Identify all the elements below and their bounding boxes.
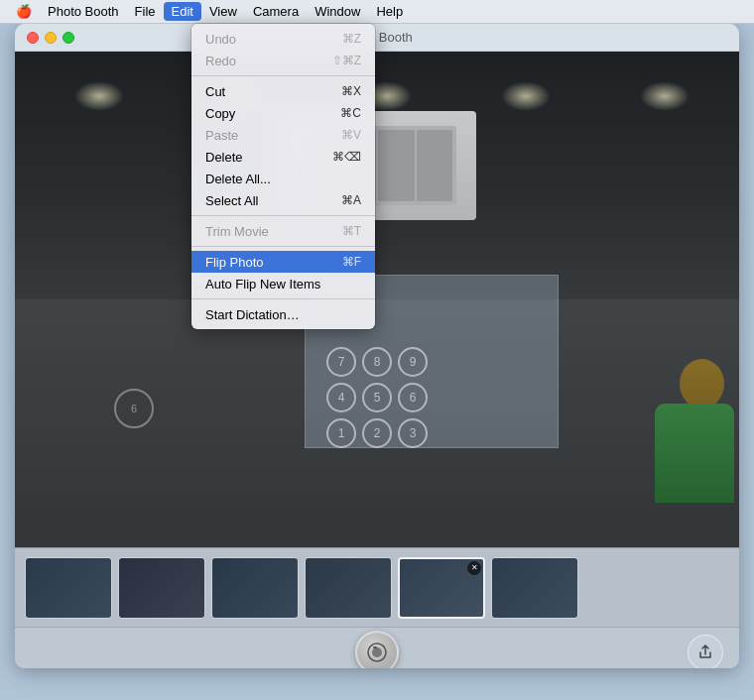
thumbnail-1[interactable] [25, 557, 112, 619]
menu-help[interactable]: Help [368, 2, 411, 21]
bottom-controls [15, 627, 739, 668]
menu-view[interactable]: View [201, 2, 245, 21]
separator-2 [191, 215, 375, 216]
menu-item-copy-shortcut: ⌘C [340, 106, 361, 120]
menu-item-undo-shortcut: ⌘Z [342, 32, 361, 46]
menu-item-start-dictation[interactable]: Start Dictation… [191, 303, 375, 325]
menu-item-delete-all-label: Delete All... [205, 172, 271, 186]
thumbnail-3-image [212, 558, 298, 618]
menu-item-cut[interactable]: Cut ⌘X [191, 80, 375, 102]
separator-1 [191, 75, 375, 76]
svg-point-1 [372, 647, 382, 657]
apple-menu[interactable]: 🍎 [8, 2, 40, 21]
menu-item-redo[interactable]: Redo ⇧⌘Z [191, 50, 375, 71]
window-titlebar: Photo Booth [15, 24, 739, 52]
close-button[interactable] [27, 32, 39, 44]
thumbnail-2[interactable] [118, 557, 205, 619]
thumbnail-1-image [26, 558, 111, 618]
menu-edit[interactable]: Edit [164, 2, 201, 21]
photo-booth-window: Photo Booth 7 8 9 4 5 [15, 24, 739, 668]
menu-item-undo[interactable]: Undo ⌘Z [191, 28, 375, 50]
menu-item-flip-photo[interactable]: Flip Photo ⌘F [191, 251, 375, 273]
thumbnail-6[interactable] [491, 557, 578, 619]
menu-file[interactable]: File [127, 2, 164, 21]
menu-camera[interactable]: Camera [245, 2, 307, 21]
thumbnail-6-image [492, 558, 577, 618]
thumbnail-4[interactable] [305, 557, 392, 619]
maximize-button[interactable] [63, 32, 74, 44]
menu-item-paste-shortcut: ⌘V [341, 128, 361, 142]
menu-item-flip-photo-shortcut: ⌘F [342, 255, 361, 269]
camera-overlay [15, 52, 739, 547]
menu-item-cut-label: Cut [205, 84, 225, 99]
camera-icon [366, 642, 388, 663]
menu-item-delete-shortcut: ⌘⌫ [332, 150, 361, 164]
menu-item-redo-label: Redo [205, 54, 236, 68]
thumbnail-4-image [306, 558, 391, 618]
menu-item-flip-photo-label: Flip Photo [205, 255, 264, 270]
menu-item-start-dictation-label: Start Dictation… [205, 307, 300, 322]
menu-item-redo-shortcut: ⇧⌘Z [332, 54, 361, 67]
edit-dropdown-menu: Undo ⌘Z Redo ⇧⌘Z Cut ⌘X Copy ⌘C Paste ⌘V… [191, 24, 375, 329]
menu-item-trim-movie[interactable]: Trim Movie ⌘T [191, 220, 375, 242]
menu-item-copy[interactable]: Copy ⌘C [191, 102, 375, 124]
menu-item-select-all-shortcut: ⌘A [341, 193, 361, 207]
thumbnails-bar: ✕ [15, 547, 739, 627]
menu-item-trim-movie-label: Trim Movie [205, 224, 269, 239]
menu-window[interactable]: Window [307, 2, 368, 21]
menu-item-undo-label: Undo [205, 32, 236, 47]
capture-button[interactable] [355, 631, 399, 669]
menu-item-trim-movie-shortcut: ⌘T [342, 224, 361, 238]
menu-item-copy-label: Copy [205, 106, 235, 121]
menu-item-auto-flip[interactable]: Auto Flip New Items [191, 273, 375, 294]
svg-rect-2 [373, 646, 377, 648]
menu-item-delete-all[interactable]: Delete All... [191, 168, 375, 189]
menu-item-select-all[interactable]: Select All ⌘A [191, 189, 375, 211]
separator-4 [191, 298, 375, 299]
separator-3 [191, 246, 375, 247]
menu-item-delete-label: Delete [205, 150, 243, 165]
menu-bar: 🍎 Photo Booth File Edit View Camera Wind… [0, 0, 754, 24]
menu-item-select-all-label: Select All [205, 193, 258, 208]
thumbnail-2-image [119, 558, 204, 618]
menu-item-cut-shortcut: ⌘X [341, 84, 361, 98]
thumbnail-5-delete[interactable]: ✕ [467, 561, 481, 575]
thumbnail-3[interactable] [211, 557, 299, 619]
thumbnail-5[interactable]: ✕ [398, 557, 485, 619]
share-button[interactable] [688, 635, 723, 669]
menu-item-paste-label: Paste [205, 128, 238, 143]
menu-item-paste[interactable]: Paste ⌘V [191, 124, 375, 146]
camera-view: 7 8 9 4 5 6 1 2 3 6 [15, 52, 739, 547]
minimize-button[interactable] [45, 32, 57, 44]
menu-item-delete[interactable]: Delete ⌘⌫ [191, 146, 375, 168]
menu-photobooth[interactable]: Photo Booth [40, 2, 127, 21]
traffic-lights [27, 32, 74, 44]
menu-item-auto-flip-label: Auto Flip New Items [205, 277, 320, 292]
share-icon [697, 644, 713, 660]
